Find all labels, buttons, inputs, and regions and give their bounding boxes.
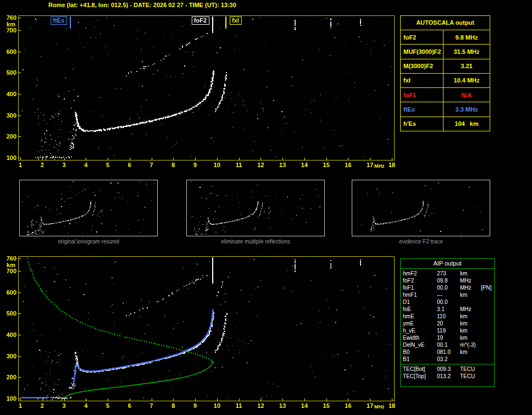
aip-row: h_vE119km: [401, 327, 494, 334]
aip-param-extra: [481, 320, 492, 327]
aip-param-name: foE: [403, 306, 437, 313]
aip-table-body: hmF2273kmfoF209.8MHzfoF100.0MHz[PN]hmF1-…: [401, 269, 494, 380]
autoscala-param-value: 3.3 MHz: [444, 102, 490, 116]
aip-param-unit: MHz: [457, 277, 481, 284]
autoscala-param-name: M(3000)F2: [401, 59, 444, 73]
aip-row: D100.0: [401, 298, 494, 306]
aip-row: B103.2: [401, 356, 494, 363]
aip-param-unit: MHz: [457, 306, 481, 313]
aip-row: hmF2273km: [401, 270, 494, 277]
aip-param-value: 00.0: [437, 298, 457, 306]
aip-param-value: 00.0: [437, 284, 457, 291]
aip-row: TEC[Top]013.2TECU: [401, 373, 494, 380]
autoscala-param-value: 3.21: [444, 59, 490, 73]
top-ionogram-plot: [0, 13, 398, 174]
aip-param-value: 09.8: [437, 277, 457, 284]
aip-param-unit: km: [457, 291, 481, 298]
aip-param-value: 3.1: [437, 306, 457, 313]
aip-param-name: TEC[Bot]: [403, 366, 437, 373]
aip-param-value: 119: [437, 327, 457, 334]
aip-param-unit: km: [457, 348, 481, 356]
aip-param-unit: MHz: [457, 284, 481, 291]
aip-param-extra: [481, 356, 492, 363]
autoscala-param-name: ftEs: [401, 102, 444, 116]
autoscala-param-value: N/A: [444, 88, 490, 102]
autoscala-row: foF1N/A: [401, 88, 490, 102]
aip-param-name: foF1: [403, 284, 437, 291]
aip-param-name: ymE: [403, 320, 437, 327]
aip-param-extra: [481, 306, 492, 313]
autoscala-rows: foF29.8 MHzMUF(3000)F231.5 MHzM(3000)F23…: [401, 30, 490, 131]
aip-param-extra: [481, 313, 492, 320]
autoscala-param-name: foF1: [401, 88, 444, 102]
thumbnail-caption-original: original ionogram resized: [19, 239, 158, 245]
autoscala-table-header: AUTOSCALA output: [401, 16, 490, 30]
aip-main-rows: hmF2273kmfoF209.8MHzfoF100.0MHz[PN]hmF1-…: [401, 270, 494, 363]
aip-param-name: hmF1: [403, 291, 437, 298]
aip-row: TEC[Bot]009.3TECU: [401, 366, 494, 373]
autoscala-row: M(3000)F23.21: [401, 59, 490, 74]
aip-param-value: 03.2: [437, 356, 457, 363]
aip-param-extra: [481, 298, 492, 306]
aip-param-extra: [481, 348, 492, 356]
thumbnail-caption-multiples: eliminate multiple reflections: [186, 239, 325, 245]
thumbnail-caption-f2: evidence F2 trace: [352, 239, 490, 245]
aip-row: foF100.0MHz[PN]: [401, 284, 494, 291]
autoscala-param-name: fxI: [401, 74, 444, 87]
autoscala-param-value: 9.8 MHz: [444, 30, 490, 44]
aip-table-header: AIP output: [401, 259, 494, 269]
aip-param-extra: [481, 341, 492, 348]
aip-param-name: hmE: [403, 313, 437, 320]
aip-param-extra: [481, 291, 492, 298]
aip-param-unit: km: [457, 313, 481, 320]
aip-param-value: 00.1: [437, 341, 457, 348]
aip-row: foF209.8MHz: [401, 277, 494, 284]
aip-param-extra: [481, 327, 492, 334]
aip-param-extra: [481, 366, 492, 373]
aip-separator: [401, 364, 494, 364]
aip-row: Ewidth19km: [401, 334, 494, 341]
autoscala-row: fxI10.4 MHz: [401, 74, 490, 88]
aip-param-unit: [457, 356, 481, 363]
bottom-ionogram-plot: [0, 254, 398, 414]
autoscala-row: foF29.8 MHz: [401, 30, 490, 45]
aip-tec-rows: TEC[Bot]009.3TECUTEC[Top]013.2TECU: [401, 366, 494, 380]
autoscala-param-name: foF2: [401, 30, 444, 44]
aip-param-unit: km: [457, 334, 481, 341]
aip-param-extra: [481, 277, 492, 284]
thumbnail-original-ionogram: [19, 180, 158, 236]
aip-param-name: h_vE: [403, 327, 437, 334]
thumbnail-eliminate-multiples: [186, 180, 325, 236]
autoscala-param-value: 31.5 MHz: [444, 45, 490, 58]
aip-row: B0081.0km: [401, 348, 494, 356]
aip-param-value: 013.2: [437, 373, 457, 380]
aip-param-unit: TECU: [457, 366, 481, 373]
aip-param-unit: km: [457, 270, 481, 277]
aip-output-table: AIP output hmF2273kmfoF209.8MHzfoF100.0M…: [400, 258, 495, 387]
autoscala-app: { "window": { "title": "Rome (lat: +41.8…: [0, 0, 532, 415]
aip-param-name: foF2: [403, 277, 437, 284]
autoscala-param-name: MUF(3000)F2: [401, 45, 444, 58]
autoscala-output-table: AUTOSCALA output foF29.8 MHzMUF(3000)F23…: [400, 15, 490, 131]
aip-param-extra: [PN]: [481, 284, 492, 291]
aip-param-value: 009.3: [437, 366, 457, 373]
aip-param-name: B0: [403, 348, 437, 356]
aip-param-value: 110: [437, 313, 457, 320]
autoscala-param-value: 10.4 MHz: [444, 74, 490, 87]
thumbnail-evidence-f2-trace: [352, 180, 490, 236]
aip-param-name: DelN_vE: [403, 341, 437, 348]
aip-param-name: hmF2: [403, 270, 437, 277]
aip-param-unit: m^(-3): [457, 341, 481, 348]
aip-param-unit: [457, 298, 481, 306]
aip-row: hmE110km: [401, 313, 494, 320]
aip-row: foE3.1MHz: [401, 306, 494, 313]
aip-param-unit: TECU: [457, 373, 481, 380]
autoscala-row: MUF(3000)F231.5 MHz: [401, 45, 490, 59]
aip-param-name: Ewidth: [403, 334, 437, 341]
aip-param-extra: [481, 270, 492, 277]
aip-param-value: 19: [437, 334, 457, 341]
aip-param-value: 20: [437, 320, 457, 327]
aip-param-value: 273: [437, 270, 457, 277]
station-title: Rome (lat: +41.8, lon: 012.5) - DATE: 20…: [48, 2, 236, 8]
aip-param-value: ---: [437, 291, 457, 298]
